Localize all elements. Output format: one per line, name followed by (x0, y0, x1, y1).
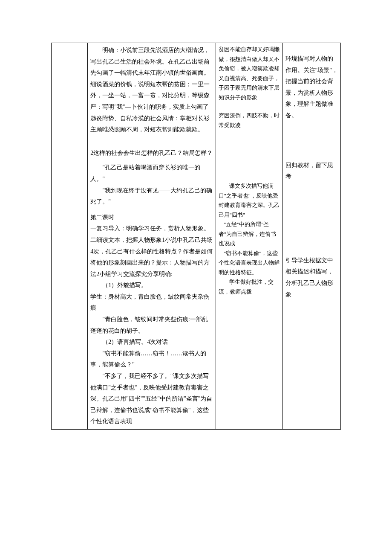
paragraph: "我到现在终于没有见——大约孔乙己的确死了。" (90, 185, 213, 208)
paragraph: 明确：小说前三段先说酒店的大概情况，写出孔乙己生活的社会环境。在孔乙己出场前先勾… (90, 45, 213, 136)
paragraph: "窃书不能算偷"，这些个性化语言表现出人物鲜明的性格特征。 (219, 249, 280, 278)
cell-col1 (52, 43, 88, 430)
paragraph: 第二课时 (90, 212, 213, 224)
paragraph: "孔乙己是站着喝酒而穿长衫的唯一的人。" (90, 162, 213, 185)
paragraph: 学生做好批注，交流，教师点拨 (219, 277, 280, 296)
paragraph: "不多了，我已经不多了。"课文多次描写他满口"之乎者也"，反映他受封建教育毒害之… (90, 371, 213, 427)
paragraph: 环境描写对人物的作用。关注"场景"，把握当前的社会背景，为赏析人物形象，理解主题… (285, 53, 338, 122)
paragraph: 二细读文本，把握人物形象1小说中孔乙己共场4次，孔乙己有什么样的性格特点？作者是… (90, 235, 213, 280)
paragraph: 回归教材，留下思考 (285, 160, 338, 183)
paragraph: "窃书不能算偷……窃书！……读书人的事，能算偷么？" (90, 348, 213, 371)
paragraph: 引导学生根据文中相关描述和描写，分析孔乙己人物形象 (285, 255, 338, 300)
paragraph: 学生：身材高大，青白脸色，皱纹间常夹杂伤痕 (90, 291, 213, 314)
paragraph: "青白脸色，皱纹间时常夹些伤痕:一部乱蓬蓬的花白的胡子。 (90, 314, 213, 337)
cell-col4: 环境描写对人物的作用。关注"场景"，把握当前的社会背景，为赏析人物形象，理解主题… (282, 43, 340, 430)
paragraph: 穷困潦倒，四肢不勤，时常受欺凌 (219, 111, 280, 130)
lesson-table: 明确：小说前三段先说酒店的大概情况，写出孔乙己生活的社会环境。在孔乙己出场前先勾… (51, 43, 341, 430)
table-row: 明确：小说前三段先说酒店的大概情况，写出孔乙己生活的社会环境。在孔乙己出场前先勾… (52, 43, 341, 430)
cell-col3: 贫困不能自存却又好喝懒做，很想清白做人却又不免偷窃，被人嘲笑欺凌却又自视清高、死… (216, 43, 282, 430)
paragraph: （1）外貌描写。 (90, 280, 213, 291)
cell-col2: 明确：小说前三段先说酒店的大概情况，写出孔乙己生活的社会环境。在孔乙己出场前先勾… (88, 43, 216, 430)
paragraph: "五经"中的所谓"圣者"为自己辩解，连偷书也说成 (219, 220, 280, 249)
paragraph: 一复习导入：明确学习任务，赏析人物形象。 (90, 223, 213, 235)
paragraph: 课文多次描写他满口"之乎者也"，反映他受封建教育毒害之深。孔乙己用"四书" (219, 181, 280, 220)
paragraph: 2这样的社会会生出怎样的孔乙己？结局怎样？ (90, 148, 213, 159)
paragraph: （2）语言描写。4次对话 (90, 337, 213, 348)
paragraph: 贫困不能自存却又好喝懒做，很想清白做人却又不免偷窃，被人嘲笑欺凌却又自视清高、死… (219, 45, 280, 102)
page-content: 明确：小说前三段先说酒店的大概情况，写出孔乙己生活的社会环境。在孔乙己出场前先勾… (0, 0, 392, 447)
